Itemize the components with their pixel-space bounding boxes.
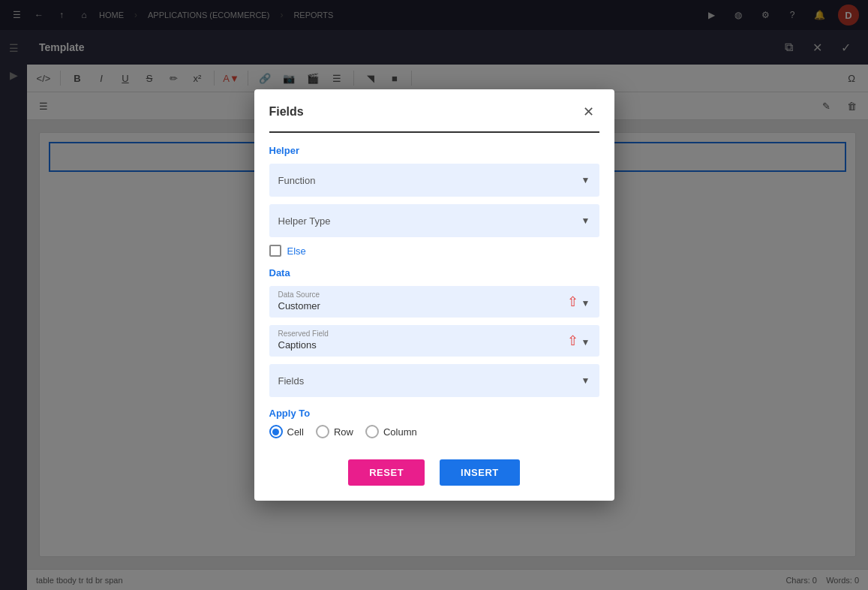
reserved-field-value: Captions	[278, 339, 329, 351]
helper-type-arrow: ▼	[581, 215, 590, 226]
fields-dialog: Fields ✕ Helper Function ▼ Helper Type ▼…	[254, 89, 614, 501]
reset-button[interactable]: RESET	[348, 459, 425, 486]
reserved-field-dropdown[interactable]: Reserved Field Captions ⇧ ▼	[269, 325, 599, 357]
data-source-value: Customer	[278, 300, 320, 312]
radio-row-outer	[316, 425, 329, 438]
else-label: Else	[287, 245, 306, 257]
apply-to-label: Apply To	[269, 408, 599, 419]
dialog-header: Fields ✕	[254, 89, 614, 122]
else-row: Else	[269, 245, 599, 257]
helper-type-placeholder: Helper Type	[278, 215, 331, 227]
data-source-red-arrow: ⇧	[567, 293, 578, 310]
radio-column-outer	[365, 425, 379, 438]
else-checkbox[interactable]	[269, 245, 281, 257]
radio-row[interactable]: Row	[316, 425, 353, 438]
radio-column-label: Column	[383, 426, 417, 438]
dialog-close-button[interactable]: ✕	[578, 101, 599, 122]
dialog-footer: RESET INSERT	[254, 450, 614, 501]
data-source-arrow: ▼	[581, 298, 590, 309]
data-source-label: Data Source	[278, 290, 320, 299]
fields-dropdown[interactable]: Fields ▼	[269, 364, 599, 397]
reserved-field-arrow: ▼	[581, 337, 590, 348]
dialog-title: Fields	[269, 105, 304, 119]
fields-placeholder: Fields	[278, 375, 305, 387]
dialog-body: Helper Function ▼ Helper Type ▼ Else Dat…	[254, 133, 614, 450]
radio-cell[interactable]: Cell	[269, 425, 304, 438]
data-section: Data Data Source Customer ⇧ ▼ Reserved F	[269, 267, 599, 397]
reserved-field-label: Reserved Field	[278, 330, 329, 338]
helper-section-label: Helper	[269, 145, 599, 156]
fields-dropdown-arrow: ▼	[581, 375, 590, 386]
modal-overlay: Fields ✕ Helper Function ▼ Helper Type ▼…	[0, 0, 868, 590]
radio-row-label: Row	[334, 426, 353, 438]
apply-to-section: Apply To Cell Row	[269, 408, 599, 438]
data-source-dropdown[interactable]: Data Source Customer ⇧ ▼	[269, 286, 599, 318]
radio-group: Cell Row Column	[269, 425, 599, 438]
function-dropdown[interactable]: Function ▼	[269, 164, 599, 197]
function-dropdown-arrow: ▼	[581, 175, 590, 185]
radio-cell-outer	[269, 425, 283, 438]
reserved-field-red-arrow: ⇧	[567, 333, 578, 349]
radio-column[interactable]: Column	[365, 425, 417, 438]
function-placeholder: Function	[278, 175, 316, 186]
helper-type-dropdown[interactable]: Helper Type ▼	[269, 204, 599, 237]
radio-cell-label: Cell	[287, 426, 304, 438]
radio-cell-inner	[272, 429, 279, 435]
data-section-label: Data	[269, 267, 599, 278]
insert-button[interactable]: INSERT	[440, 459, 520, 486]
